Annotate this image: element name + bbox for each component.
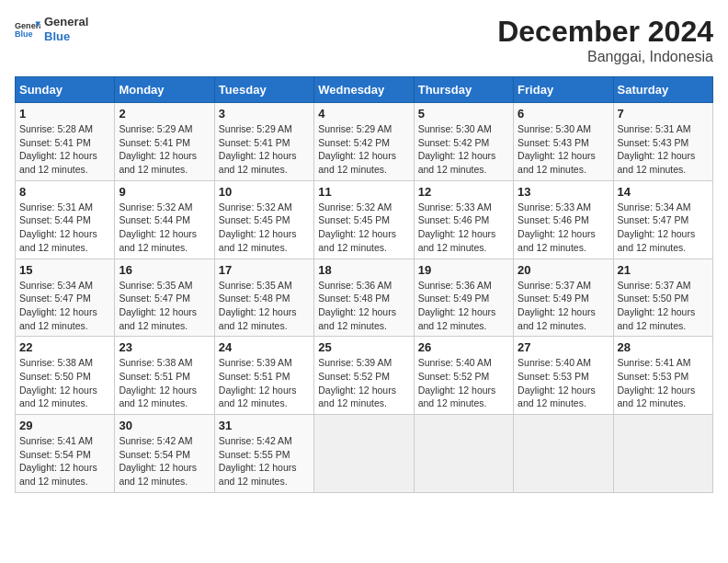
day-number: 14 xyxy=(618,185,709,199)
day-number: 18 xyxy=(318,263,409,277)
week-row-3: 15 Sunrise: 5:34 AM Sunset: 5:47 PM Dayl… xyxy=(16,259,713,337)
day-cell: 16 Sunrise: 5:35 AM Sunset: 5:47 PM Dayl… xyxy=(115,259,214,337)
day-number: 29 xyxy=(19,419,110,432)
day-info: Sunrise: 5:34 AM Sunset: 5:47 PM Dayligh… xyxy=(618,201,709,255)
day-number: 2 xyxy=(119,107,210,121)
day-info: Sunrise: 5:36 AM Sunset: 5:49 PM Dayligh… xyxy=(418,279,509,333)
day-number: 27 xyxy=(518,340,609,354)
day-info: Sunrise: 5:37 AM Sunset: 5:50 PM Dayligh… xyxy=(618,279,709,333)
day-cell: 24 Sunrise: 5:39 AM Sunset: 5:51 PM Dayl… xyxy=(214,337,313,415)
day-info: Sunrise: 5:29 AM Sunset: 5:41 PM Dayligh… xyxy=(219,122,310,177)
day-number: 28 xyxy=(618,340,709,354)
logo-icon: General Blue xyxy=(15,17,40,42)
day-info: Sunrise: 5:31 AM Sunset: 5:43 PM Dayligh… xyxy=(618,122,709,177)
day-cell: 1 Sunrise: 5:28 AM Sunset: 5:41 PM Dayli… xyxy=(16,103,115,181)
day-number: 31 xyxy=(219,419,310,432)
day-cell: 2 Sunrise: 5:29 AM Sunset: 5:41 PM Dayli… xyxy=(115,103,214,181)
day-number: 10 xyxy=(219,185,310,199)
calendar-body: 1 Sunrise: 5:28 AM Sunset: 5:41 PM Dayli… xyxy=(16,103,713,493)
day-cell xyxy=(514,415,613,493)
day-info: Sunrise: 5:42 AM Sunset: 5:55 PM Dayligh… xyxy=(219,434,310,488)
header-cell-saturday: Saturday xyxy=(613,77,712,103)
day-number: 6 xyxy=(518,107,609,121)
day-info: Sunrise: 5:29 AM Sunset: 5:41 PM Dayligh… xyxy=(119,122,210,177)
day-cell: 15 Sunrise: 5:34 AM Sunset: 5:47 PM Dayl… xyxy=(16,259,115,337)
day-number: 24 xyxy=(219,340,310,354)
day-cell: 13 Sunrise: 5:33 AM Sunset: 5:46 PM Dayl… xyxy=(514,180,613,259)
day-number: 1 xyxy=(19,107,110,121)
day-number: 3 xyxy=(219,107,310,121)
day-cell: 30 Sunrise: 5:42 AM Sunset: 5:54 PM Dayl… xyxy=(115,415,214,493)
day-cell: 20 Sunrise: 5:37 AM Sunset: 5:49 PM Dayl… xyxy=(514,259,613,337)
day-cell xyxy=(314,415,414,493)
day-number: 12 xyxy=(418,185,509,199)
logo: General Blue General Blue xyxy=(15,15,88,43)
day-number: 20 xyxy=(518,263,609,277)
day-number: 26 xyxy=(418,340,509,354)
day-info: Sunrise: 5:39 AM Sunset: 5:51 PM Dayligh… xyxy=(219,356,310,410)
page-header: General Blue General Blue December 2024 … xyxy=(15,15,713,65)
day-number: 30 xyxy=(119,419,210,432)
day-number: 22 xyxy=(19,340,110,354)
day-info: Sunrise: 5:33 AM Sunset: 5:46 PM Dayligh… xyxy=(518,201,609,255)
header-cell-thursday: Thursday xyxy=(414,77,513,103)
day-cell: 8 Sunrise: 5:31 AM Sunset: 5:44 PM Dayli… xyxy=(16,180,115,259)
day-info: Sunrise: 5:41 AM Sunset: 5:53 PM Dayligh… xyxy=(618,356,709,410)
calendar-header: SundayMondayTuesdayWednesdayThursdayFrid… xyxy=(16,77,713,103)
day-number: 15 xyxy=(19,263,110,277)
header-cell-sunday: Sunday xyxy=(16,77,115,103)
day-cell xyxy=(613,415,712,493)
day-cell: 3 Sunrise: 5:29 AM Sunset: 5:41 PM Dayli… xyxy=(214,103,313,181)
day-number: 8 xyxy=(19,185,110,199)
day-info: Sunrise: 5:32 AM Sunset: 5:45 PM Dayligh… xyxy=(318,201,409,255)
calendar-table: SundayMondayTuesdayWednesdayThursdayFrid… xyxy=(15,76,713,493)
day-cell: 9 Sunrise: 5:32 AM Sunset: 5:44 PM Dayli… xyxy=(115,180,214,259)
day-cell: 6 Sunrise: 5:30 AM Sunset: 5:43 PM Dayli… xyxy=(514,103,613,181)
day-info: Sunrise: 5:40 AM Sunset: 5:52 PM Dayligh… xyxy=(418,356,509,410)
day-cell: 14 Sunrise: 5:34 AM Sunset: 5:47 PM Dayl… xyxy=(613,180,712,259)
calendar-title: December 2024 xyxy=(497,15,713,49)
day-cell: 5 Sunrise: 5:30 AM Sunset: 5:42 PM Dayli… xyxy=(414,103,513,181)
day-number: 11 xyxy=(318,185,409,199)
week-row-4: 22 Sunrise: 5:38 AM Sunset: 5:50 PM Dayl… xyxy=(16,337,713,415)
day-info: Sunrise: 5:28 AM Sunset: 5:41 PM Dayligh… xyxy=(19,122,110,177)
day-cell: 12 Sunrise: 5:33 AM Sunset: 5:46 PM Dayl… xyxy=(414,180,513,259)
header-cell-wednesday: Wednesday xyxy=(314,77,414,103)
day-info: Sunrise: 5:34 AM Sunset: 5:47 PM Dayligh… xyxy=(19,279,110,333)
day-cell: 28 Sunrise: 5:41 AM Sunset: 5:53 PM Dayl… xyxy=(613,337,712,415)
day-cell: 29 Sunrise: 5:41 AM Sunset: 5:54 PM Dayl… xyxy=(16,415,115,493)
day-cell: 17 Sunrise: 5:35 AM Sunset: 5:48 PM Dayl… xyxy=(214,259,313,337)
day-number: 17 xyxy=(219,263,310,277)
day-info: Sunrise: 5:36 AM Sunset: 5:48 PM Dayligh… xyxy=(318,279,409,333)
header-cell-monday: Monday xyxy=(115,77,214,103)
day-cell xyxy=(414,415,513,493)
day-info: Sunrise: 5:35 AM Sunset: 5:48 PM Dayligh… xyxy=(219,279,310,333)
day-cell: 21 Sunrise: 5:37 AM Sunset: 5:50 PM Dayl… xyxy=(613,259,712,337)
day-number: 5 xyxy=(418,107,509,121)
day-cell: 23 Sunrise: 5:38 AM Sunset: 5:51 PM Dayl… xyxy=(115,337,214,415)
day-number: 25 xyxy=(318,340,409,354)
day-info: Sunrise: 5:38 AM Sunset: 5:50 PM Dayligh… xyxy=(19,356,110,410)
day-info: Sunrise: 5:32 AM Sunset: 5:45 PM Dayligh… xyxy=(219,201,310,255)
day-cell: 19 Sunrise: 5:36 AM Sunset: 5:49 PM Dayl… xyxy=(414,259,513,337)
day-info: Sunrise: 5:33 AM Sunset: 5:46 PM Dayligh… xyxy=(418,201,509,255)
title-block: December 2024 Banggai, Indonesia xyxy=(497,15,713,65)
day-cell: 31 Sunrise: 5:42 AM Sunset: 5:55 PM Dayl… xyxy=(214,415,313,493)
week-row-2: 8 Sunrise: 5:31 AM Sunset: 5:44 PM Dayli… xyxy=(16,180,713,259)
day-info: Sunrise: 5:42 AM Sunset: 5:54 PM Dayligh… xyxy=(119,434,210,488)
day-info: Sunrise: 5:39 AM Sunset: 5:52 PM Dayligh… xyxy=(318,356,409,410)
day-info: Sunrise: 5:31 AM Sunset: 5:44 PM Dayligh… xyxy=(19,201,110,255)
day-cell: 11 Sunrise: 5:32 AM Sunset: 5:45 PM Dayl… xyxy=(314,180,414,259)
header-cell-friday: Friday xyxy=(514,77,613,103)
day-info: Sunrise: 5:30 AM Sunset: 5:42 PM Dayligh… xyxy=(418,122,509,177)
day-cell: 10 Sunrise: 5:32 AM Sunset: 5:45 PM Dayl… xyxy=(214,180,313,259)
day-cell: 27 Sunrise: 5:40 AM Sunset: 5:53 PM Dayl… xyxy=(514,337,613,415)
day-cell: 25 Sunrise: 5:39 AM Sunset: 5:52 PM Dayl… xyxy=(314,337,414,415)
day-info: Sunrise: 5:29 AM Sunset: 5:42 PM Dayligh… xyxy=(318,122,409,177)
day-number: 21 xyxy=(618,263,709,277)
day-cell: 26 Sunrise: 5:40 AM Sunset: 5:52 PM Dayl… xyxy=(414,337,513,415)
day-number: 9 xyxy=(119,185,210,199)
day-number: 7 xyxy=(618,107,709,121)
svg-text:Blue: Blue xyxy=(15,29,33,39)
day-number: 16 xyxy=(119,263,210,277)
